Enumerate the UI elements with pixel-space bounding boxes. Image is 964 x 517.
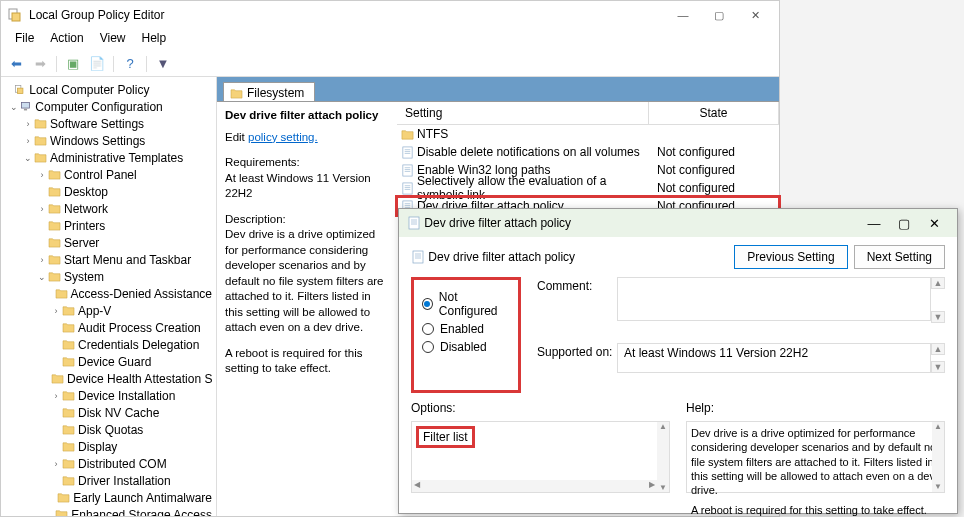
comment-field[interactable]	[617, 277, 931, 321]
tree-item[interactable]: Device Installation	[78, 389, 175, 403]
tool-help-icon[interactable]: ?	[119, 53, 141, 75]
computer-icon	[19, 101, 32, 112]
tree-item[interactable]: Software Settings	[50, 117, 144, 131]
tree-item[interactable]: Audit Process Creation	[78, 321, 201, 335]
dialog-maximize-button[interactable]: ▢	[889, 211, 919, 235]
req-label: Requirements:	[225, 155, 389, 171]
policy-icon	[401, 164, 414, 177]
close-button[interactable]: ✕	[737, 1, 773, 29]
desc-label: Description:	[225, 212, 389, 228]
folder-icon	[48, 254, 61, 265]
col-setting[interactable]: Setting	[397, 102, 649, 124]
folder-icon	[48, 237, 61, 248]
tree-item[interactable]: Administrative Templates	[50, 151, 183, 165]
folder-icon	[34, 118, 47, 129]
folder-icon	[48, 186, 61, 197]
folder-icon	[55, 288, 68, 299]
scrollbar-v[interactable]: ▲▼	[932, 422, 944, 492]
tree-item[interactable]: Printers	[64, 219, 105, 233]
folder-icon	[62, 441, 75, 452]
dialog-minimize-button[interactable]: —	[859, 211, 889, 235]
folder-icon	[401, 128, 414, 141]
comment-label: Comment:	[537, 277, 617, 323]
tree-item[interactable]: Driver Installation	[78, 474, 171, 488]
tree-item[interactable]: Windows Settings	[50, 134, 145, 148]
app-icon	[7, 7, 23, 23]
tree-item[interactable]: Access-Denied Assistance	[71, 287, 212, 301]
folder-icon	[51, 373, 64, 384]
tool-export-icon[interactable]: 📄	[86, 53, 108, 75]
tree-item[interactable]: Desktop	[64, 185, 108, 199]
dialog-titlebar: Dev drive filter attach policy — ▢ ✕	[399, 209, 957, 237]
radio-icon	[422, 323, 434, 335]
radio-group: Not Configured Enabled Disabled	[411, 277, 521, 393]
policy-icon	[401, 146, 414, 159]
tree-item[interactable]: App-V	[78, 304, 111, 318]
scroll-v[interactable]: ▲▼	[931, 343, 945, 373]
list-row[interactable]: Selectively allow the evaluation of a sy…	[397, 179, 779, 197]
folder-icon	[62, 305, 75, 316]
folder-icon	[62, 356, 75, 367]
tree-item[interactable]: Start Menu and Taskbar	[64, 253, 191, 267]
tool-filter-icon[interactable]: ▼	[152, 53, 174, 75]
list-header: Setting State	[397, 102, 779, 125]
col-state[interactable]: State	[649, 102, 779, 124]
tree-item[interactable]: Device Health Attestation S	[67, 372, 212, 386]
scrollbar-v[interactable]: ▲▼	[657, 422, 669, 492]
scroll-v[interactable]: ▲▼	[931, 277, 945, 323]
tree-item[interactable]: Disk NV Cache	[78, 406, 159, 420]
tree-item[interactable]: Control Panel	[64, 168, 137, 182]
policy-icon	[13, 84, 26, 95]
list-row[interactable]: NTFS	[397, 125, 779, 143]
folder-icon	[48, 220, 61, 231]
tree-pane[interactable]: Local Computer Policy ⌄ Computer Configu…	[1, 77, 217, 516]
forward-button[interactable]: ➡	[29, 53, 51, 75]
edit-policy-link[interactable]: policy setting.	[248, 131, 318, 143]
tree-item[interactable]: Disk Quotas	[78, 423, 143, 437]
policy-icon	[401, 182, 414, 195]
folder-icon	[48, 203, 61, 214]
tab-filesystem[interactable]: Filesystem	[223, 82, 315, 102]
next-setting-button[interactable]: Next Setting	[854, 245, 945, 269]
folder-icon	[62, 407, 75, 418]
scrollbar-h[interactable]: ◀▶	[412, 480, 657, 492]
titlebar: Local Group Policy Editor — ▢ ✕	[1, 1, 779, 29]
tree-item[interactable]: Display	[78, 440, 117, 454]
menu-file[interactable]: File	[7, 29, 42, 51]
back-button[interactable]: ⬅	[5, 53, 27, 75]
menu-help[interactable]: Help	[134, 29, 175, 51]
dialog-close-button[interactable]: ✕	[919, 211, 949, 235]
list-row[interactable]: Disable delete notifications on all volu…	[397, 143, 779, 161]
tree-item[interactable]: System	[64, 270, 104, 284]
tree-item[interactable]: Credentials Delegation	[78, 338, 199, 352]
folder-icon	[62, 322, 75, 333]
radio-enabled[interactable]: Enabled	[422, 322, 510, 336]
detail-panel: Dev drive filter attach policy Edit poli…	[217, 102, 397, 516]
tree-item[interactable]: Device Guard	[78, 355, 151, 369]
tree-item[interactable]: Network	[64, 202, 108, 216]
menu-action[interactable]: Action	[42, 29, 91, 51]
tree-item[interactable]: Distributed COM	[78, 457, 167, 471]
tree-item[interactable]: Early Launch Antimalware	[73, 491, 212, 505]
desc-text2: A reboot is required for this setting to…	[225, 346, 389, 377]
folder-icon	[48, 271, 61, 282]
setting-heading: Dev drive filter attach policy	[225, 108, 389, 124]
folder-icon	[230, 88, 243, 99]
tree-root[interactable]: Local Computer Policy	[29, 83, 149, 97]
desc-text: Dev drive is a drive optimized for perfo…	[225, 227, 389, 336]
menu-view[interactable]: View	[92, 29, 134, 51]
options-box: Filter list ▲▼ ◀▶	[411, 421, 670, 493]
tree-item[interactable]: Enhanced Storage Access	[71, 508, 212, 517]
tree-item[interactable]: Server	[64, 236, 99, 250]
previous-setting-button[interactable]: Previous Setting	[734, 245, 847, 269]
tree-comp-config[interactable]: Computer Configuration	[35, 100, 162, 114]
maximize-button[interactable]: ▢	[701, 1, 737, 29]
radio-disabled[interactable]: Disabled	[422, 340, 510, 354]
tool-up-icon[interactable]: ▣	[62, 53, 84, 75]
radio-not-configured[interactable]: Not Configured	[422, 290, 510, 318]
options-label: Options:	[411, 401, 670, 415]
minimize-button[interactable]: —	[665, 1, 701, 29]
policy-icon	[407, 216, 421, 230]
folder-icon	[48, 169, 61, 180]
folder-icon	[62, 390, 75, 401]
